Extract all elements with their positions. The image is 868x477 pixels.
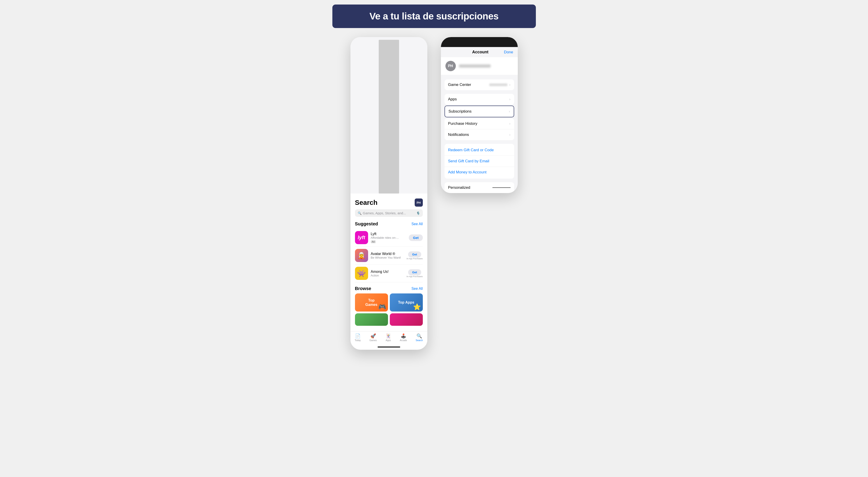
personalized-label: Personalized [448,185,470,190]
add-money-label: Add Money to Account [448,170,487,174]
among-us-get-button[interactable]: Get [408,269,421,275]
nav-apps-label: Apps [386,339,391,342]
suggested-header: Suggested See All [355,221,423,226]
mic-icon: 🎙️ [416,211,420,215]
among-us-name: Among Us! [371,270,404,274]
lyft-icon: lyft [355,231,368,244]
apps-row[interactable]: Apps › [444,94,514,105]
top-apps-emoji: ⭐ [413,303,421,311]
search-title: Search [355,199,378,206]
send-gift-label: Send Gift Card by Email [448,159,489,163]
browse-header: Browse See All [355,286,423,291]
see-all-browse[interactable]: See All [411,287,423,291]
browse-card-4[interactable] [390,313,423,326]
top-games-label: TopGames [364,296,379,309]
phones-container: Search PH 🔍 Games, Apps, Stories, and...… [310,37,558,350]
apps-section: Apps › [444,94,514,105]
top-games-card[interactable]: TopGames 🎮 [355,293,388,312]
user-name-blurred [459,64,491,68]
among-us-iap: In-App Purchases [406,275,423,278]
subscriptions-label: Subscriptions [448,109,472,114]
send-gift-item[interactable]: Send Gift Card by Email [444,156,514,167]
done-button[interactable]: Done [504,50,513,55]
lyft-info: Lyft Affordable rides on-... Ad [371,232,406,244]
avatar-world-name: Avatar World ® [371,252,404,256]
redeem-item[interactable]: Redeem Gift Card or Code [444,145,514,156]
browse-label: Browse [355,286,371,291]
account-nav: Account Done [441,47,518,57]
nav-games-label: Games [369,339,377,342]
account-title: Account [457,50,504,55]
among-us-icon: 👾 [355,267,368,280]
nav-arcade[interactable]: 🕹️ Arcade [400,333,407,342]
bottom-nav: 📄 Today 🚀 Games 🃏 Apps 🕹️ Arcade 🔍 Searc… [350,331,427,345]
phone2-top-bar [441,37,518,47]
game-center-right: › [489,83,510,87]
personalized-right [492,187,510,188]
nav-arcade-label: Arcade [400,339,407,342]
user-row: PH [441,57,518,75]
top-apps-card[interactable]: Top Apps ⭐ [390,293,423,312]
nav-search-label: Search [416,339,423,342]
ad-badge: Ad [371,240,376,243]
avatar-world-iap: In-App Purchases [406,257,423,260]
apps-icon: 🃏 [385,333,391,339]
among-us-subtitle: Action [371,274,404,277]
search-icon: 🔍 [358,211,362,215]
phone-2-account: Account Done PH Game Center › Apps [441,37,518,193]
game-center-row[interactable]: Game Center › [444,80,514,90]
among-us-info: Among Us! Action [371,270,404,277]
nav-search[interactable]: 🔍 Search [416,333,423,342]
game-center-chevron: › [509,83,510,87]
lyft-get-button[interactable]: Get [409,234,423,241]
search-header: Search PH [355,198,423,206]
app-row-among-us: 👾 Among Us! Action Get In-App Purchases [355,264,423,282]
today-icon: 📄 [355,333,361,339]
purchase-notifications-section: Purchase History › Notifications › [444,118,514,140]
purchase-history-label: Purchase History [448,121,477,126]
suggested-label: Suggested [355,221,378,226]
notifications-row[interactable]: Notifications › [444,129,514,140]
game-center-label: Game Center [448,83,471,87]
banner: Ve a tu lista de suscripciones [332,4,536,28]
browse-section: Browse See All TopGames 🎮 Top Apps ⭐ [355,286,423,326]
app-store-content: Search PH 🔍 Games, Apps, Stories, and...… [350,195,427,329]
personalized-line [492,187,510,188]
add-money-item[interactable]: Add Money to Account [444,167,514,178]
avatar-world-subtitle: Be Whoever You Want! [371,256,404,259]
lyft-subtitle: Affordable rides on-... [371,236,406,240]
nav-today[interactable]: 📄 Today [355,333,361,342]
nav-apps[interactable]: 🃏 Apps [385,333,391,342]
see-all-suggested[interactable]: See All [411,222,423,226]
banner-title: Ve a tu lista de suscripciones [346,11,522,22]
arcade-icon: 🕹️ [401,333,406,339]
among-us-get-container: Get In-App Purchases [406,269,423,278]
notifications-chevron: › [509,133,510,137]
search-bar[interactable]: 🔍 Games, Apps, Stories, and... 🎙️ [355,209,423,217]
search-nav-icon: 🔍 [416,333,422,339]
app-row-avatar-world: 🧝 Avatar World ® Be Whoever You Want! Ge… [355,247,423,264]
home-indicator [378,347,400,347]
apps-chevron: › [509,97,510,101]
subscriptions-row[interactable]: Subscriptions › [444,105,514,117]
avatar-world-get-button[interactable]: Get [408,251,421,257]
avatar-world-icon: 🧝 [355,249,368,262]
redeem-label: Redeem Gift Card or Code [448,148,494,152]
profile-avatar[interactable]: PH [415,198,423,206]
game-center-section: Game Center › [444,80,514,90]
link-items-section: Redeem Gift Card or Code Send Gift Card … [444,144,514,179]
subscriptions-chevron: › [509,109,510,114]
avatar-world-info: Avatar World ® Be Whoever You Want! [371,252,404,259]
games-icon: 🚀 [370,333,376,339]
personalized-row[interactable]: Personalized [444,182,514,193]
nav-today-label: Today [355,339,361,342]
top-games-emoji: 🎮 [378,303,386,311]
user-avatar: PH [445,61,456,71]
purchase-history-chevron: › [509,122,510,126]
purchase-history-row[interactable]: Purchase History › [444,118,514,129]
game-center-value-blurred [489,84,507,86]
browse-card-3[interactable] [355,313,388,326]
phone-1-app-store: Search PH 🔍 Games, Apps, Stories, and...… [350,37,427,350]
notifications-label: Notifications [448,132,469,137]
nav-games[interactable]: 🚀 Games [369,333,377,342]
